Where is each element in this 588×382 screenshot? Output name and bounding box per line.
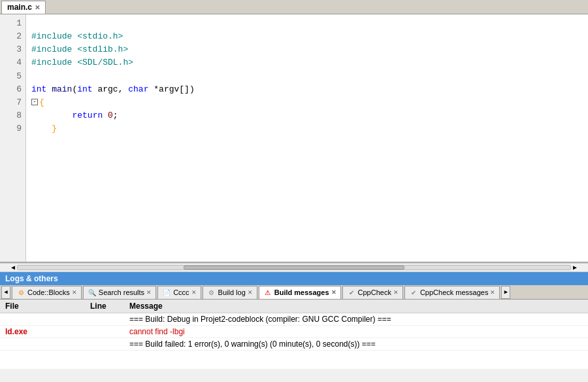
bottom-tab-buildlog-label: Build log	[218, 288, 246, 296]
bottom-tab-search-results[interactable]: 🔍 Search results ✕	[83, 286, 156, 299]
cccc-icon: 📄	[162, 288, 171, 297]
editor-tab-main-c[interactable]: main.c ✕	[1, 1, 46, 14]
code-editor: 1 2 3 4 5 6 7 8 9 #include <stdio.h> #in…	[0, 14, 588, 263]
table-row[interactable]: === Build failed: 1 error(s), 0 warning(…	[0, 338, 588, 351]
bottom-tab-codeblocks-label: Code::Blocks	[27, 288, 70, 296]
editor-tab-bar: main.c ✕	[0, 0, 588, 14]
bottom-panel: Logs & others ◀ ⚙ Code::Blocks ✕ 🔍 Searc…	[0, 272, 588, 369]
code-line-9	[31, 137, 37, 147]
tab-close-cppcheck[interactable]: ✕	[393, 289, 399, 296]
tab-close-cppcheck-msg[interactable]: ✕	[490, 289, 495, 296]
col-header-file: File	[3, 301, 88, 311]
horizontal-scrollbar[interactable]: ◀ ▶	[0, 263, 588, 272]
line-numbers: 1 2 3 4 5 6 7 8 9	[0, 14, 26, 262]
logs-header-label: Logs & others	[5, 274, 58, 283]
code-line-7: return 0;	[31, 111, 118, 120]
code-line-8: }	[31, 124, 57, 133]
code-text[interactable]: #include <stdio.h> #include <stdlib.h> #…	[26, 14, 588, 262]
row3-message: === Build failed: 1 error(s), 0 warning(…	[127, 339, 585, 349]
tab-close-buildlog[interactable]: ✕	[248, 289, 253, 296]
row2-message: cannot find -lbgi	[127, 326, 585, 337]
logs-header: Logs & others	[0, 272, 588, 285]
bottom-tab-build-messages[interactable]: ⚠ Build messages ✕	[259, 286, 341, 299]
bottom-tab-build-log[interactable]: ⚙ Build log ✕	[203, 286, 257, 299]
scroll-right-btn[interactable]: ▶	[571, 264, 579, 271]
row2-file: ld.exe	[3, 326, 88, 337]
code-line-3: #include <SDL/SDL.h>	[31, 58, 133, 67]
code-line-1: #include <stdio.h>	[31, 31, 123, 41]
bottom-tab-cppcheck-messages[interactable]: ✔ CppCheck messages ✕	[404, 286, 500, 299]
bottom-tab-search-label: Search results	[99, 288, 144, 296]
code-line-5: int main(int argc, char *argv[])	[31, 84, 195, 94]
row3-line	[88, 339, 127, 349]
fold-icon[interactable]: -	[31, 99, 38, 105]
col-header-line: Line	[88, 301, 127, 311]
tab-label: main.c	[7, 3, 32, 12]
row1-message: === Build: Debug in Projet2-codeblock (c…	[127, 314, 585, 324]
bottom-tab-cppcheck[interactable]: ✔ CppCheck ✕	[342, 286, 403, 299]
table-row[interactable]: ld.exe cannot find -lbgi	[0, 326, 588, 338]
bottom-tab-cccc-label: Cccc	[173, 288, 189, 296]
bottom-tab-cppcheck-label: CppCheck	[358, 288, 391, 296]
bottom-tab-bar: ◀ ⚙ Code::Blocks ✕ 🔍 Search results ✕ 📄 …	[0, 285, 588, 300]
row2-line	[88, 326, 127, 337]
row1-file	[3, 314, 88, 324]
bottom-tab-cccc[interactable]: 📄 Cccc ✕	[157, 286, 201, 299]
messages-header-row: File Line Message	[0, 300, 588, 313]
row3-file	[3, 339, 88, 349]
code-line-6: -{	[31, 97, 44, 107]
tab-nav-left[interactable]: ◀	[1, 286, 10, 299]
messages-area: File Line Message === Build: Debug in Pr…	[0, 300, 588, 369]
buildmsg-icon: ⚠	[263, 288, 272, 297]
table-row[interactable]: === Build: Debug in Projet2-codeblock (c…	[0, 313, 588, 326]
buildlog-icon: ⚙	[207, 288, 216, 297]
search-icon: 🔍	[88, 288, 97, 297]
scroll-track[interactable]	[17, 265, 571, 270]
codeblocks-icon: ⚙	[16, 288, 25, 297]
tab-close-codeblocks[interactable]: ✕	[72, 289, 77, 296]
tab-close-buildmsg[interactable]: ✕	[331, 289, 336, 296]
code-line-2: #include <stdlib.h>	[31, 44, 128, 54]
col-header-message: Message	[127, 301, 585, 311]
tab-close-cccc[interactable]: ✕	[191, 289, 197, 296]
bottom-tab-buildmsg-label: Build messages	[274, 288, 329, 296]
scroll-left-btn[interactable]: ◀	[9, 264, 17, 271]
tab-nav-right[interactable]: ▶	[501, 286, 510, 299]
tab-close-search[interactable]: ✕	[146, 289, 152, 296]
bottom-tab-codeblocks[interactable]: ⚙ Code::Blocks ✕	[12, 286, 82, 299]
tab-close-icon[interactable]: ✕	[35, 4, 40, 11]
cppcheck-icon: ✔	[347, 288, 356, 297]
scroll-thumb[interactable]	[184, 266, 404, 269]
bottom-tab-cppcheck-msg-label: CppCheck messages	[420, 288, 489, 296]
row1-line	[88, 314, 127, 324]
cppcheck2-icon: ✔	[409, 288, 418, 297]
